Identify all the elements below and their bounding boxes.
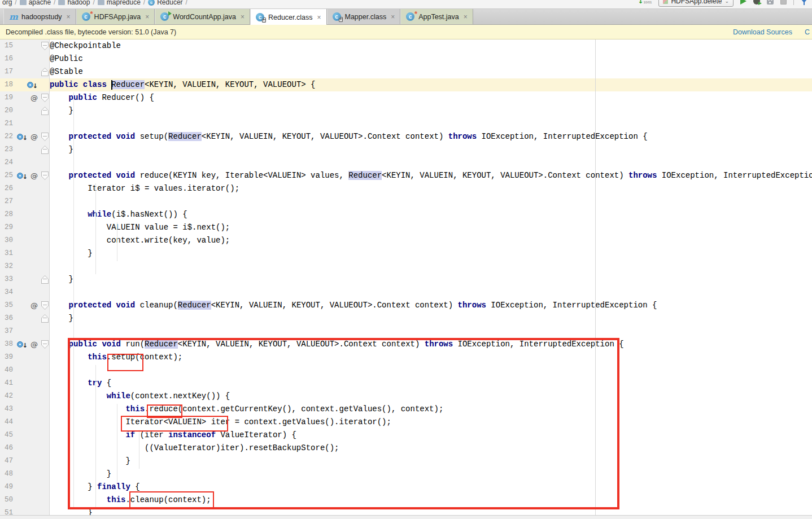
code-line-36[interactable]: 36 } [0,312,812,325]
line-number: 47 [5,455,13,468]
code-line-17[interactable]: 17@Stable [0,65,812,78]
code-line-27[interactable]: 27 [0,195,812,208]
fold-marker[interactable] [41,94,49,102]
code-line-34[interactable]: 34 [0,286,812,299]
code-text: Iterator i$ = values.iterator(); [50,182,812,195]
tab-HDFSApp.java[interactable]: c*HDFSApp.java× [76,9,155,24]
overridden-method-icon[interactable]: ↓ [17,133,28,142]
code-line-22[interactable]: 22↓@ protected void setup(Reducer<KEYIN,… [0,130,812,143]
code-line-35[interactable]: 35@ protected void cleanup(Reducer<KEYIN… [0,299,812,312]
line-number: 31 [5,247,13,260]
fold-marker[interactable] [41,42,49,50]
code-line-37[interactable]: 37 [0,325,812,338]
update-application-icon[interactable]: ↓10/01 [638,0,652,5]
fold-marker[interactable] [41,171,49,180]
breadcrumb-item-org[interactable]: org [2,0,12,6]
breadcrumb-item-hadoop[interactable]: hadoop [58,0,90,6]
stop-button [780,0,787,5]
close-icon[interactable]: × [317,14,321,21]
breadcrumb-separator: / [54,0,55,6]
close-icon[interactable]: × [464,14,468,20]
code-line-49[interactable]: 49 } finally { [0,481,812,494]
code-line-16[interactable]: 16@Public [0,52,812,65]
code-line-42[interactable]: 42 while(context.nextKey()) { [0,390,812,403]
close-icon[interactable]: × [391,14,395,20]
code-text: } [50,455,812,468]
main-toolbar: ↓10/01 HDFSApp.delete ⌄ [638,0,812,9]
code-line-29[interactable]: 29 VALUEIN value = i$.next(); [0,221,812,234]
fold-marker[interactable] [41,301,49,310]
tab-AppTest.java[interactable]: c*AppTest.java× [400,9,473,24]
tab-WordCountApp.java[interactable]: cWordCountApp.java× [155,9,250,24]
fold-marker[interactable] [41,68,49,76]
overridden-method-icon[interactable]: ↓ [17,171,28,181]
code-line-31[interactable]: 31 } [0,247,812,260]
configure-link[interactable]: C [805,28,810,36]
close-icon[interactable]: × [145,14,149,20]
fold-marker[interactable] [41,107,49,115]
code-line-44[interactable]: 44 Iterator<VALUEIN> iter = context.getV… [0,416,812,429]
tab-label: Mapper.class [345,13,387,21]
code-line-21[interactable]: 21 [0,117,812,130]
code-line-51[interactable]: 51 } [0,507,812,515]
close-icon[interactable]: × [241,14,245,20]
code-line-50[interactable]: 50 this.cleanup(context); [0,494,812,507]
breadcrumb-separator: / [143,0,145,6]
fold-marker[interactable] [41,146,49,154]
code-line-24[interactable]: 24 [0,156,812,169]
breadcrumb-item-Reducer[interactable]: cReducer [148,0,182,6]
code-line-46[interactable]: 46 ((ValueIterator)iter).resetBackupStor… [0,442,812,455]
breadcrumb-item-apache[interactable]: apache [20,0,51,6]
filter-icon[interactable] [801,0,807,3]
breadcrumb-item-mapreduce[interactable]: mapreduce [98,0,141,6]
java-class-icon: c [333,12,342,21]
debug-button[interactable] [753,0,760,5]
tab-Reducer.class[interactable]: cReducer.class× [250,9,327,25]
code-line-25[interactable]: 25↓@ protected void reduce(KEYIN key, It… [0,169,812,182]
line-number: 38 [5,338,13,351]
code-line-41[interactable]: 41 try { [0,377,812,390]
code-line-40[interactable]: 40 [0,364,812,377]
line-number: 50 [5,494,13,507]
code-line-19[interactable]: 19@ public Reducer() { [0,91,812,104]
gutter: 30 [0,234,50,247]
banner-message: Decompiled .class file, bytecode version… [0,28,176,36]
code-line-30[interactable]: 30 context.write(key, value); [0,234,812,247]
close-icon[interactable]: × [67,14,71,20]
code-line-38[interactable]: 38↓@ public void run(Reducer<KEYIN, VALU… [0,338,812,351]
code-line-28[interactable]: 28 while(i$.hasNext()) { [0,208,812,221]
code-text [50,286,812,299]
code-line-47[interactable]: 47 } [0,455,812,468]
fold-marker[interactable] [41,275,49,284]
code-text: } [50,312,812,325]
code-text: protected void reduce(KEYIN key, Iterabl… [50,169,812,182]
code-line-15[interactable]: 15@Checkpointable [0,39,812,52]
code-line-26[interactable]: 26 Iterator i$ = values.iterator(); [0,182,812,195]
code-line-45[interactable]: 45 if (iter instanceof ValueIterator) { [0,429,812,442]
code-line-20[interactable]: 20 } [0,104,812,117]
breadcrumb-separator: / [93,0,94,6]
coverage-button[interactable] [767,0,774,5]
code-line-48[interactable]: 48 } [0,468,812,481]
fold-marker[interactable] [41,340,49,349]
gutter: 24 [0,156,50,169]
overridden-method-icon[interactable]: ↓ [27,81,38,90]
fold-marker[interactable] [41,133,49,141]
run-configuration-dropdown[interactable]: HDFSApp.delete ⌄ [658,0,734,7]
code-line-32[interactable]: 32 [0,260,812,273]
fold-marker[interactable] [41,314,49,323]
line-number: 26 [5,182,13,195]
run-button[interactable] [740,0,746,5]
code-line-18[interactable]: 18↓public class Reducer<KEYIN, VALUEIN, … [0,78,812,91]
line-number: 27 [5,195,13,208]
tab-hadoopstudy[interactable]: mhadoopstudy× [3,9,76,24]
code-line-23[interactable]: 23 } [0,143,812,156]
download-sources-link[interactable]: Download Sources [733,28,792,36]
code-line-39[interactable]: 39 this.setup(context); [0,351,812,364]
gutter: 28 [0,208,50,221]
code-line-43[interactable]: 43 this.reduce(context.getCurrentKey(), … [0,403,812,416]
tab-Mapper.class[interactable]: cMapper.class× [327,9,401,24]
code-line-33[interactable]: 33 } [0,273,812,286]
overridden-method-icon[interactable]: ↓ [17,340,28,349]
code-editor[interactable]: 15@Checkpointable16@Public17@Stable18↓pu… [0,39,812,515]
